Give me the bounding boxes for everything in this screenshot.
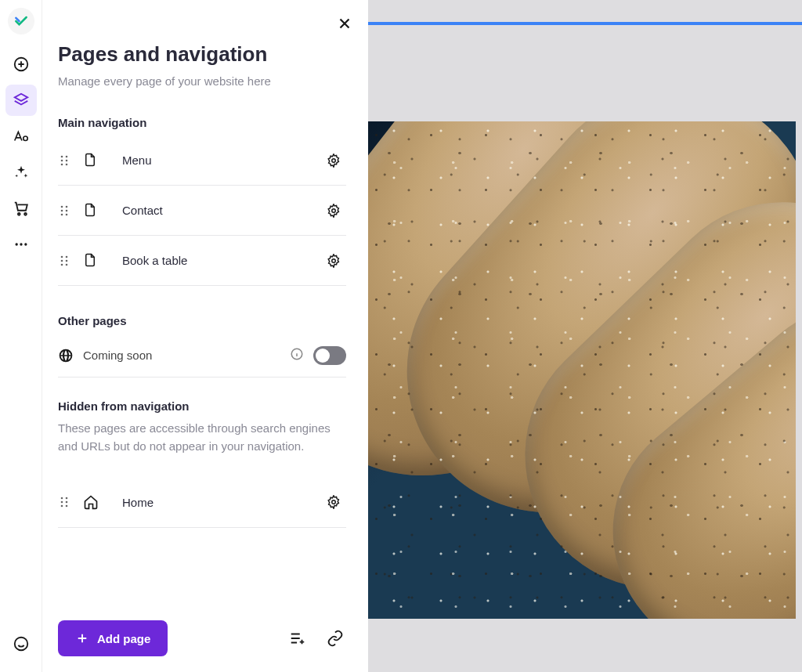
add-navigation-button[interactable]	[287, 627, 309, 649]
shop-button[interactable]	[5, 193, 37, 224]
gear-icon	[327, 254, 341, 268]
drag-handle-icon[interactable]	[58, 497, 70, 508]
icon-rail	[0, 0, 42, 672]
add-link-button[interactable]	[324, 627, 346, 649]
pages-panel: Pages and navigation Manage every page o…	[42, 0, 368, 672]
svg-point-4	[15, 243, 17, 245]
home-icon	[83, 494, 99, 510]
hidden-item-home[interactable]: Home	[58, 478, 346, 528]
page-icon	[83, 253, 99, 269]
smiley-icon	[13, 635, 30, 652]
nav-item-book[interactable]: Book a table	[58, 236, 346, 286]
add-page-label: Add page	[97, 632, 150, 645]
svg-point-6	[24, 243, 27, 245]
drag-handle-icon[interactable]	[58, 205, 70, 216]
close-icon	[336, 15, 353, 32]
svg-point-2	[17, 213, 20, 215]
page-icon	[83, 153, 99, 168]
svg-point-16	[66, 205, 68, 208]
panel-footer: Add page	[58, 611, 346, 656]
svg-point-15	[61, 205, 63, 208]
svg-point-19	[61, 213, 63, 215]
coming-soon-row: Coming soon	[58, 334, 346, 378]
globe-icon	[58, 348, 74, 363]
ai-button[interactable]	[5, 157, 37, 188]
plus-circle-icon	[13, 56, 30, 73]
svg-point-7	[14, 638, 27, 651]
more-button[interactable]	[5, 229, 37, 260]
page-label: Home	[122, 496, 312, 509]
svg-point-26	[61, 263, 63, 266]
coming-soon-toggle[interactable]	[313, 346, 346, 365]
svg-point-23	[66, 255, 68, 258]
svg-point-30	[61, 497, 63, 500]
svg-point-17	[61, 209, 63, 211]
svg-point-9	[66, 155, 68, 157]
fonts-button[interactable]	[5, 121, 37, 152]
plus-icon	[75, 631, 89, 645]
cart-icon	[13, 200, 30, 217]
panel-subtitle: Manage every page of your website here	[58, 74, 346, 88]
svg-point-11	[66, 159, 68, 161]
svg-point-27	[66, 263, 68, 266]
svg-point-33	[66, 501, 68, 504]
svg-point-31	[66, 497, 68, 500]
svg-point-22	[61, 255, 63, 258]
page-label: Menu	[122, 154, 312, 167]
svg-point-25	[66, 259, 68, 262]
page-settings-button[interactable]	[324, 201, 343, 220]
sparkle-icon	[13, 164, 29, 180]
drag-handle-icon[interactable]	[58, 155, 70, 166]
add-page-button[interactable]: Add page	[58, 620, 168, 656]
svg-point-21	[332, 208, 336, 212]
nav-item-contact[interactable]: Contact	[58, 186, 346, 236]
layers-icon	[13, 92, 30, 109]
info-icon	[290, 347, 304, 361]
svg-point-24	[61, 259, 63, 262]
hero-image-placeholder	[368, 121, 796, 619]
svg-point-3	[24, 213, 27, 215]
gear-icon	[327, 204, 341, 218]
gear-icon	[327, 495, 341, 509]
svg-point-10	[61, 159, 63, 161]
panel-title: Pages and navigation	[58, 42, 346, 67]
svg-point-18	[66, 209, 68, 211]
link-icon	[327, 630, 344, 647]
page-icon	[83, 203, 99, 219]
nav-item-menu[interactable]: Menu	[58, 135, 346, 186]
svg-point-34	[61, 505, 63, 508]
page-settings-button[interactable]	[324, 151, 343, 170]
svg-point-20	[66, 213, 68, 215]
svg-point-5	[20, 243, 22, 245]
list-plus-icon	[289, 630, 306, 647]
check-logo-icon	[13, 13, 29, 29]
preview-canvas	[368, 0, 802, 672]
drag-handle-icon[interactable]	[58, 255, 70, 266]
help-button[interactable]	[5, 628, 37, 659]
svg-point-36	[332, 500, 336, 504]
svg-point-32	[61, 501, 63, 504]
svg-point-14	[332, 158, 336, 162]
main-nav-heading: Main navigation	[58, 116, 346, 129]
close-button[interactable]	[334, 13, 356, 34]
site-avatar[interactable]	[8, 8, 34, 34]
svg-point-12	[61, 163, 63, 165]
coming-soon-label: Coming soon	[83, 349, 280, 362]
svg-point-28	[332, 258, 336, 262]
page-label: Contact	[122, 204, 312, 217]
hidden-description: These pages are accessible through searc…	[58, 419, 346, 456]
pages-nav-button[interactable]	[5, 85, 37, 116]
page-settings-button[interactable]	[324, 493, 343, 511]
page-settings-button[interactable]	[324, 251, 343, 270]
preview-loading-bar	[368, 22, 802, 25]
svg-point-8	[61, 155, 63, 157]
gear-icon	[327, 154, 341, 168]
page-label: Book a table	[122, 254, 312, 267]
other-pages-heading: Other pages	[58, 314, 346, 327]
dots-icon	[13, 237, 29, 252]
info-button[interactable]	[290, 347, 304, 364]
add-button[interactable]	[5, 49, 37, 80]
svg-point-13	[66, 163, 68, 165]
hidden-heading: Hidden from navigation	[58, 399, 346, 413]
svg-point-1	[23, 136, 27, 141]
